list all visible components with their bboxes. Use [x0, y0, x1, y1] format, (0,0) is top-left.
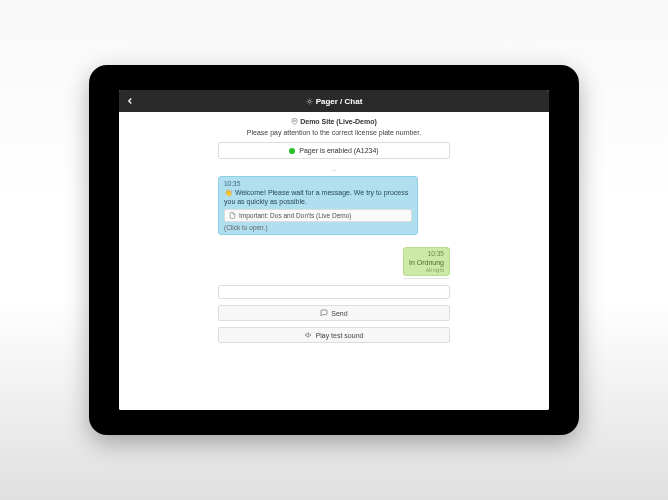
chat-icon: [320, 309, 328, 317]
location-icon: [291, 118, 298, 125]
sun-icon: [306, 98, 313, 105]
header-title: Pager / Chat: [306, 97, 363, 106]
play-sound-label: Play test sound: [316, 332, 364, 339]
content-area: Demo Site (Live-Demo) Please pay attenti…: [119, 112, 549, 410]
header-title-text: Pager / Chat: [316, 97, 363, 106]
svg-marker-10: [305, 333, 308, 338]
message-text: In Ordnung: [409, 258, 444, 267]
sound-icon: [305, 331, 313, 339]
site-label-text: Demo Site (Live-Demo): [300, 118, 377, 125]
send-button-label: Send: [331, 310, 347, 317]
play-sound-button[interactable]: Play test sound: [218, 327, 450, 343]
attachment-label: Important: Dos and Don'ts (Live Demo): [239, 212, 352, 219]
site-label: Demo Site (Live-Demo): [291, 118, 377, 125]
app-screen: Pager / Chat Demo Site (Live-Demo) Pleas…: [119, 90, 549, 410]
message-input[interactable]: [218, 285, 450, 299]
chat-message-outgoing: 10:35 In Ordnung All right: [403, 247, 450, 279]
message-bubble: 10:35 In Ordnung All right: [403, 247, 450, 276]
message-translation: All right: [409, 267, 444, 273]
message-text: 👋 Welcome! Please wait for a message. We…: [224, 188, 412, 206]
app-header: Pager / Chat: [119, 90, 549, 112]
chat-message-incoming: 10:35 👋 Welcome! Please wait for a messa…: [218, 176, 418, 235]
chat-truncated-indicator: ...: [218, 165, 450, 172]
status-dot-icon: [289, 148, 295, 154]
svg-point-9: [294, 120, 296, 122]
send-button[interactable]: Send: [218, 305, 450, 321]
pager-status-text: Pager is enabled (A1234): [299, 147, 378, 154]
pager-status-row: Pager is enabled (A1234): [219, 143, 449, 158]
pager-status-panel: Pager is enabled (A1234): [218, 142, 450, 159]
message-time: 10:35: [224, 180, 412, 187]
message-time: 10:35: [409, 250, 444, 257]
svg-point-0: [308, 100, 310, 102]
document-icon: [229, 212, 236, 219]
back-button[interactable]: [125, 96, 135, 106]
tablet-frame: Pager / Chat Demo Site (Live-Demo) Pleas…: [89, 65, 579, 435]
message-divider: [403, 278, 450, 279]
notice-text: Please pay attention to the correct lice…: [247, 129, 421, 136]
message-attachment[interactable]: Important: Dos and Don'ts (Live Demo): [224, 209, 412, 222]
chat-area: ... 10:35 👋 Welcome! Please wait for a m…: [218, 165, 450, 279]
chevron-left-icon: [125, 96, 135, 106]
message-bubble: 10:35 👋 Welcome! Please wait for a messa…: [218, 176, 418, 235]
expand-attachment[interactable]: (Click to open.): [224, 224, 412, 231]
